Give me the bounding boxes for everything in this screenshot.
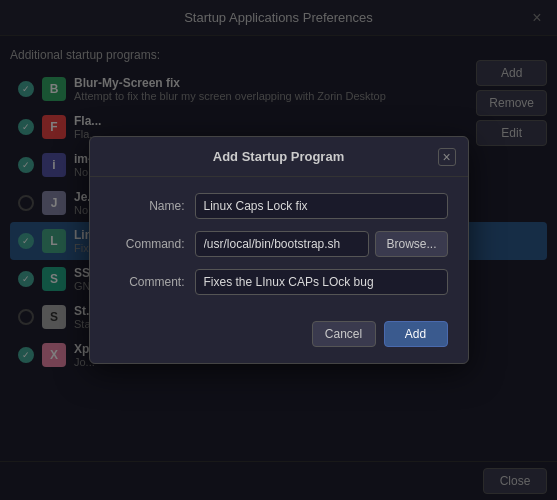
- command-row: Command: Browse...: [110, 231, 448, 257]
- comment-input[interactable]: [195, 269, 448, 295]
- modal-add-button[interactable]: Add: [384, 321, 448, 347]
- add-startup-dialog: Add Startup Program × Name: Command: Bro…: [89, 136, 469, 364]
- modal-overlay: Add Startup Program × Name: Command: Bro…: [0, 0, 557, 500]
- modal-cancel-button[interactable]: Cancel: [312, 321, 376, 347]
- modal-body: Name: Command: Browse... Comment:: [90, 177, 468, 311]
- name-input[interactable]: [195, 193, 448, 219]
- modal-title: Add Startup Program: [213, 149, 344, 164]
- browse-button[interactable]: Browse...: [375, 231, 447, 257]
- command-label: Command:: [110, 237, 185, 251]
- modal-footer: Cancel Add: [90, 311, 468, 363]
- main-window: Startup Applications Preferences × Addit…: [0, 0, 557, 500]
- command-input[interactable]: [195, 231, 370, 257]
- modal-close-button[interactable]: ×: [438, 148, 456, 166]
- modal-titlebar: Add Startup Program ×: [90, 137, 468, 177]
- name-label: Name:: [110, 199, 185, 213]
- command-input-group: Browse...: [195, 231, 448, 257]
- comment-label: Comment:: [110, 275, 185, 289]
- comment-row: Comment:: [110, 269, 448, 295]
- name-row: Name:: [110, 193, 448, 219]
